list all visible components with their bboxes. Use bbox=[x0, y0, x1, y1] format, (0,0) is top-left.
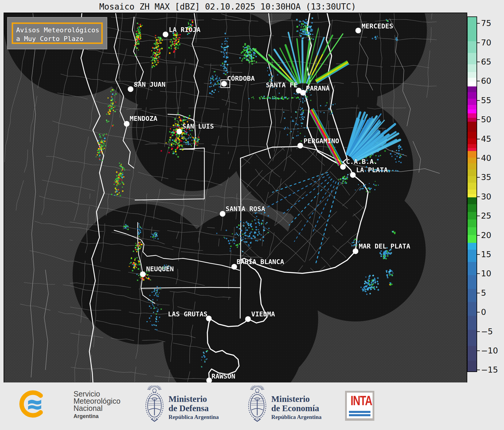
map-texture bbox=[4, 13, 467, 382]
colorbar-segment bbox=[468, 105, 477, 109]
warnings-overlay-border: Avisos Meteorológicos a Muy Corto Plazo bbox=[12, 22, 103, 44]
city-label-cordoba: CÓRDOBA bbox=[227, 75, 255, 82]
colorbar-segment bbox=[468, 163, 477, 170]
city-label-rawson: RAWSON bbox=[212, 373, 235, 380]
city-dot-mendoza bbox=[124, 121, 130, 127]
defensa-logo-block: Ministerio de Defensa República Argentin… bbox=[143, 382, 241, 430]
city-label-bahia-blanca: BAHÍA BLANCA bbox=[237, 258, 284, 266]
city-label-c-a-b-a: C.A.B.A. bbox=[346, 158, 378, 165]
city-dot-c-a-b-a bbox=[340, 164, 346, 170]
colorbar-tick-label: 40 bbox=[481, 153, 491, 163]
city-label-la-rioja: LA RIOJA bbox=[169, 26, 200, 33]
city-dot-mar-del-plata bbox=[353, 248, 359, 254]
colorbar-segment bbox=[468, 330, 477, 346]
colorbar-tick bbox=[477, 139, 480, 139]
colorbar-segment bbox=[468, 109, 477, 113]
defensa-text: Ministerio de Defensa República Argentin… bbox=[168, 394, 219, 420]
colorbar-segment bbox=[468, 138, 477, 144]
colorbar-tick-label: −5 bbox=[481, 327, 493, 336]
colorbar-segment bbox=[468, 82, 477, 86]
city-label-pergamino: PERGAMINO bbox=[304, 137, 339, 145]
city-label-santa-fe: SANTA FE bbox=[266, 81, 298, 89]
colorbar-tick bbox=[477, 42, 480, 43]
colorbar-segment bbox=[468, 78, 477, 82]
colorbar-tick bbox=[477, 62, 480, 62]
colorbar-segment bbox=[468, 151, 477, 158]
city-label-las-grutas: LAS GRUTAS bbox=[168, 310, 207, 318]
colorbar-tick bbox=[477, 370, 480, 370]
city-dot-parana bbox=[300, 90, 306, 96]
city-dot-la-rioja bbox=[163, 32, 168, 37]
colorbar-tick-label: 35 bbox=[481, 173, 491, 182]
city-label-la-plata: LA PLATA bbox=[356, 166, 388, 174]
city-label-santa-rosa: SANTA ROSA bbox=[226, 205, 265, 213]
colorbar-segment bbox=[468, 212, 477, 220]
colorbar-segment bbox=[468, 361, 477, 371]
colorbar-tick-label: −15 bbox=[481, 365, 498, 374]
colorbar-tick bbox=[477, 235, 480, 236]
colorbar-segment bbox=[468, 183, 477, 190]
colorbar-segment bbox=[468, 158, 477, 163]
colorbar-tick bbox=[477, 293, 480, 293]
warnings-overlay-button[interactable]: Avisos Meteorológicos a Muy Corto Plazo bbox=[7, 17, 107, 49]
reflectivity-colorbar bbox=[467, 16, 477, 372]
economia-sub: República Argentina bbox=[271, 414, 321, 420]
colorbar-segment bbox=[468, 144, 477, 148]
colorbar-tick-label: 45 bbox=[481, 134, 491, 144]
colorbar-segment bbox=[468, 92, 477, 99]
economia-text: Ministerio de Economía República Argenti… bbox=[271, 394, 321, 420]
colorbar-segment bbox=[468, 250, 477, 262]
inta-logo-block: INTA bbox=[345, 391, 374, 421]
colorbar-segment bbox=[468, 194, 477, 197]
colorbar-segment bbox=[468, 302, 477, 316]
city-label-san-juan: SAN JUAN bbox=[134, 81, 166, 88]
colorbar-tick-label: 55 bbox=[481, 96, 491, 105]
colorbar-tick-label: 60 bbox=[481, 76, 491, 86]
city-dot-la-plata bbox=[350, 172, 356, 178]
defensa-sub: República Argentina bbox=[168, 414, 219, 420]
inta-logo-box: INTA bbox=[347, 393, 373, 418]
colorbar-segment bbox=[468, 99, 477, 105]
colorbar-segment bbox=[468, 64, 477, 72]
colorbar-tick bbox=[477, 254, 480, 255]
colorbar-segment bbox=[468, 227, 477, 235]
colorbar-segment bbox=[468, 289, 477, 302]
colorbar-tick-label: 70 bbox=[481, 38, 491, 47]
colorbar-segment bbox=[468, 190, 477, 194]
smn-line3: Nacional bbox=[73, 405, 120, 412]
colorbar-tick bbox=[477, 119, 480, 120]
smn-country: Argentina bbox=[73, 413, 120, 420]
colorbar-tick bbox=[477, 350, 480, 351]
city-dot-pergamino bbox=[298, 143, 303, 149]
colorbar-segment bbox=[468, 170, 477, 176]
city-label-san-luis: SAN LUIS bbox=[182, 123, 214, 130]
colorbar-segment bbox=[468, 122, 477, 132]
city-dot-mercedes bbox=[356, 28, 361, 33]
city-dot-san-luis bbox=[177, 129, 182, 135]
colorbar-tick bbox=[477, 312, 480, 312]
defensa-coat-of-arms-icon bbox=[143, 385, 166, 424]
economia-coat-of-arms-icon bbox=[246, 385, 269, 424]
colorbar-tick bbox=[477, 177, 480, 178]
economia-line2: de Economía bbox=[271, 404, 321, 413]
economia-line1: Ministerio bbox=[271, 394, 321, 404]
city-label-parana: PARANÁ bbox=[306, 85, 330, 92]
defensa-line2: de Defensa bbox=[168, 404, 219, 413]
colorbar-tick bbox=[477, 158, 480, 158]
inta-bar-bottom bbox=[349, 414, 370, 416]
colorbar-tick-label: 10 bbox=[481, 269, 491, 278]
colorbar-segment bbox=[468, 204, 477, 212]
colorbar-tick-label: 25 bbox=[481, 211, 491, 220]
economia-logo-block: Ministerio de Economía República Argenti… bbox=[246, 382, 344, 430]
colorbar-segment bbox=[468, 235, 477, 243]
colorbar-segment bbox=[468, 148, 477, 151]
city-label-viedma: VIEDMA bbox=[251, 310, 275, 318]
colorbar-tick bbox=[477, 331, 480, 332]
colorbar-tick bbox=[477, 81, 480, 81]
colorbar-tick-label: 20 bbox=[481, 231, 491, 240]
city-dot-san-juan bbox=[128, 86, 134, 92]
warnings-line1: Avisos Meteorológicos bbox=[16, 26, 101, 34]
colorbar-tick bbox=[477, 100, 480, 101]
colorbar-tick bbox=[477, 196, 480, 197]
colorbar-segment bbox=[468, 243, 477, 250]
